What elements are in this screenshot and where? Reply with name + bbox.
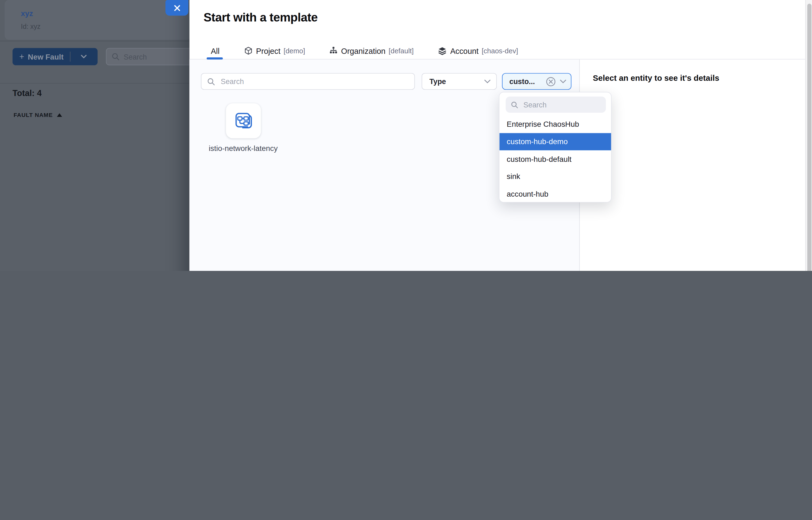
tab-label: Project <box>256 46 281 55</box>
org-hierarchy-icon <box>329 47 338 55</box>
vertical-scrollbar[interactable] <box>805 0 812 271</box>
details-empty-message: Select an entity to see it's details <box>593 74 719 83</box>
tab-account[interactable]: Account [chaos-dev] <box>438 46 518 55</box>
chaoshub-dropdown-menu: Enterprise ChaosHub custom-hub-demo cust… <box>499 92 612 203</box>
dropdown-options: Enterprise ChaosHub custom-hub-demo cust… <box>500 115 612 202</box>
template-name[interactable]: istio-network-latency <box>207 143 280 154</box>
close-modal-button[interactable] <box>165 0 188 16</box>
chevron-down-icon <box>560 79 566 83</box>
dropdown-search-field[interactable] <box>506 97 606 112</box>
search-icon <box>511 101 518 108</box>
layers-icon <box>438 46 447 55</box>
fault-name-link[interactable]: xyz <box>21 9 33 18</box>
entity-details-panel: Select an entity to see it's details Cre… <box>580 59 805 271</box>
tab-badge: [default] <box>389 47 414 55</box>
toolbar-divider <box>0 83 189 83</box>
tab-badge: [demo] <box>284 47 305 55</box>
clear-filter-icon[interactable] <box>546 76 555 86</box>
type-filter-label: Type <box>429 77 446 86</box>
total-count: Total: 4 <box>12 89 42 98</box>
scope-tabs: All Project [demo] Organization [default… <box>211 44 518 57</box>
dropdown-option[interactable]: account-hub <box>500 185 612 202</box>
active-tab-indicator <box>207 57 223 59</box>
app-viewport: Account: chaos-dev › Organization: defau… <box>0 0 812 271</box>
chaoshub-filter-value: custo... <box>509 77 546 86</box>
modal-title: Start with a template <box>203 10 318 24</box>
dropdown-option[interactable]: sink <box>500 168 612 185</box>
chaoshub-filter-dropdown[interactable]: custo... <box>502 73 571 90</box>
header-divider <box>0 41 189 41</box>
tab-organization[interactable]: Organization [default] <box>329 46 414 55</box>
dropdown-option[interactable]: Enterprise ChaosHub <box>500 115 612 133</box>
template-search-field[interactable] <box>201 73 415 90</box>
template-card[interactable] <box>226 103 261 138</box>
search-icon <box>207 78 215 85</box>
fault-search-input[interactable]: Search <box>106 48 195 65</box>
tab-badge: [chaos-dev] <box>481 47 518 55</box>
chevron-down-icon[interactable] <box>75 55 93 58</box>
vertical-scrollbar-thumb[interactable] <box>807 3 811 271</box>
tab-label: Organization <box>341 46 385 55</box>
dropdown-option[interactable]: custom-hub-default <box>500 150 612 168</box>
new-fault-label: New Fault <box>28 52 63 61</box>
new-fault-button[interactable]: + New Fault <box>12 48 98 65</box>
chevron-down-icon <box>484 79 491 83</box>
cube-icon <box>244 46 252 55</box>
tab-label: Account <box>450 46 479 55</box>
close-icon <box>174 4 180 11</box>
start-with-template-modal: Start with a template All Project [demo]… <box>189 0 805 271</box>
sort-ascending-icon <box>57 113 62 117</box>
plus-icon: + <box>19 52 24 61</box>
search-placeholder: Search <box>124 52 147 61</box>
tab-project[interactable]: Project [demo] <box>244 46 305 55</box>
dropdown-option-selected[interactable]: custom-hub-demo <box>500 133 612 150</box>
template-search-input[interactable] <box>220 77 397 86</box>
fault-row[interactable]: xyz Id: xyz <box>5 0 190 40</box>
search-icon <box>112 53 120 61</box>
fault-name-column-header[interactable]: FAULT NAME <box>14 112 62 118</box>
fault-id-text: Id: xyz <box>21 23 41 30</box>
template-flow-icon <box>233 110 254 131</box>
button-divider <box>70 52 71 61</box>
type-filter-dropdown[interactable]: Type <box>422 73 497 90</box>
tab-all[interactable]: All <box>211 46 219 55</box>
dropdown-search-input[interactable] <box>522 100 596 109</box>
